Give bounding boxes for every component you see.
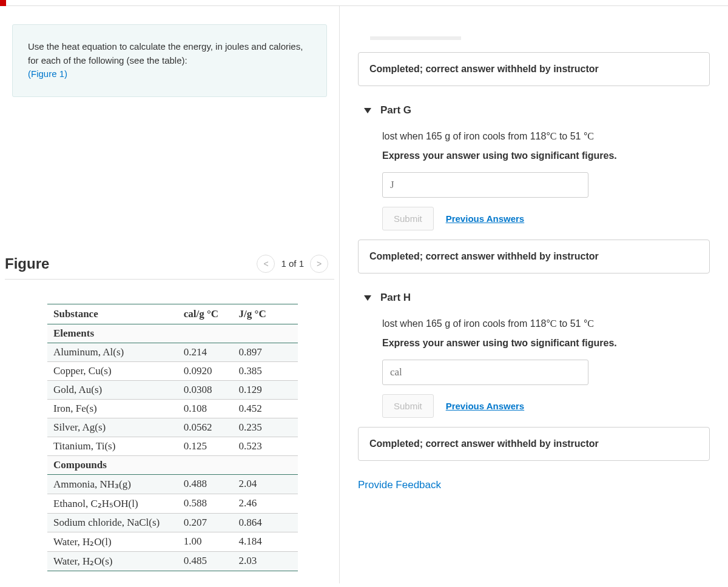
instruction-text: Use the heat equation to calculate the e… [28, 41, 303, 65]
part-h-previous-answers-link[interactable]: Previous Answers [446, 401, 525, 411]
table-row: Copper, Cu(s)0.09200.385 [47, 361, 298, 380]
instruction-box: Use the heat equation to calculate the e… [12, 24, 327, 97]
left-pane: Use the heat equation to calculate the e… [0, 6, 340, 583]
completed-box-h: Completed; correct answer withheld by in… [358, 427, 710, 461]
part-h-title: Part H [380, 292, 411, 304]
right-pane: Completed; correct answer withheld by in… [340, 6, 728, 583]
part-h-block: Part H lost when 165 g of iron cools fro… [358, 292, 710, 461]
th-substance: Substance [47, 304, 178, 324]
part-g-header[interactable]: Part G [358, 104, 710, 116]
figure-nav-count: 1 of 1 [278, 258, 306, 269]
table-row: Ethanol, C₂H₅OH(l)0.5882.46 [47, 494, 298, 513]
table-row: Titanium, Ti(s)0.1250.523 [47, 437, 298, 455]
table-row: Sodium chloride, NaCl(s)0.2070.864 [47, 513, 298, 532]
part-h-answer-input[interactable] [382, 360, 588, 385]
part-h-header[interactable]: Part H [358, 292, 710, 304]
caret-down-icon [364, 295, 371, 301]
table-row: Iron, Fe(s)0.1080.452 [47, 399, 298, 418]
table-row: Silver, Ag(s)0.05620.235 [47, 418, 298, 437]
progress-indicator [370, 36, 461, 40]
caret-down-icon [364, 108, 371, 113]
figure-prev-button[interactable]: < [257, 255, 275, 273]
part-h-instr: Express your answer using two significan… [382, 335, 710, 351]
top-bar [0, 0, 728, 6]
part-g-block: Part G lost when 165 g of iron cools fro… [358, 104, 710, 273]
part-g-title: Part G [380, 104, 411, 116]
completed-box-top: Completed; correct answer withheld by in… [358, 52, 710, 86]
section-elements: Elements [47, 324, 298, 343]
th-j: J/g °C [233, 304, 298, 324]
figure-title: Figure [5, 255, 49, 272]
part-h-submit-button[interactable]: Submit [382, 394, 434, 418]
completed-box-g: Completed; correct answer withheld by in… [358, 240, 710, 273]
section-compounds: Compounds [47, 455, 298, 474]
part-g-instr: Express your answer using two significan… [382, 148, 710, 164]
table-row: Gold, Au(s)0.03080.129 [47, 380, 298, 399]
figure-link[interactable]: (Figure 1) [28, 69, 67, 79]
specific-heat-table: Substance cal/g °C J/g °C Elements Alumi… [47, 304, 298, 571]
table-row: Aluminum, Al(s)0.2140.897 [47, 343, 298, 361]
part-g-submit-button[interactable]: Submit [382, 207, 434, 230]
table-row: Ammonia, NH₃(g)0.4882.04 [47, 474, 298, 494]
part-g-answer-input[interactable] [382, 172, 588, 198]
table-row: Water, H₂O(l)1.004.184 [47, 532, 298, 551]
figure-section: Figure < 1 of 1 > Substance cal/g °C J/g… [0, 255, 339, 571]
provide-feedback-link[interactable]: Provide Feedback [358, 479, 710, 491]
table-row: Water, H₂O(s)0.4852.03 [47, 551, 298, 571]
th-cal: cal/g °C [178, 304, 233, 324]
part-h-question: lost when 165 g of iron cools from 118°C… [382, 316, 710, 351]
part-g-question: lost when 165 g of iron cools from 118°C… [382, 129, 710, 163]
figure-next-button[interactable]: > [310, 255, 328, 273]
part-g-previous-answers-link[interactable]: Previous Answers [446, 213, 525, 224]
